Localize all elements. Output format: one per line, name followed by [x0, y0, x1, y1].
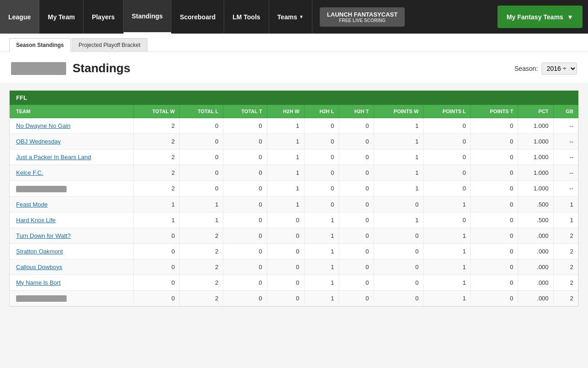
col-total-t: TOTAL T: [223, 105, 267, 118]
nav-lm-tools[interactable]: LM Tools: [224, 0, 269, 34]
tab-season-standings[interactable]: Season Standings: [9, 38, 71, 52]
chevron-down-icon: ▼: [567, 13, 573, 21]
team-link[interactable]: My Name Is Bort: [16, 279, 61, 286]
team-link[interactable]: No Dwayne No Gain: [16, 122, 71, 129]
redacted-team-name: [16, 295, 67, 302]
col-points-l: POINTS L: [424, 105, 471, 118]
team-link[interactable]: Callous Dowboys: [16, 264, 62, 270]
team-link[interactable]: Feast Mode: [16, 201, 48, 208]
col-total-w: TOTAL W: [134, 105, 180, 118]
table-row: Turn Down for Watt?020010010.0002: [10, 228, 578, 243]
table-row: My Name Is Bort020010010.0002: [10, 275, 578, 290]
nav-teams-label: Teams: [277, 13, 297, 21]
page-title-area: Standings: [11, 61, 130, 75]
fantasy-teams-label: My Fantasy Teams: [507, 13, 563, 21]
season-selector: Season: 2016 ÷: [514, 63, 577, 75]
col-points-t: POINTS T: [471, 105, 518, 118]
table-header-row: TEAM TOTAL W TOTAL L TOTAL T H2H W H2H L…: [10, 105, 578, 118]
standings-table: TEAM TOTAL W TOTAL L TOTAL T H2H W H2H L…: [10, 105, 578, 306]
season-select[interactable]: 2016 ÷: [542, 63, 577, 75]
redacted-team-name: [16, 186, 67, 192]
team-link[interactable]: Kelce F.C.: [16, 169, 43, 176]
table-row: Just a Packer In Bears Land2001001001.00…: [10, 150, 578, 165]
nav-league[interactable]: League: [0, 0, 40, 34]
table-row: OBJ Wednesday2001001001.000--: [10, 134, 578, 150]
col-pct: PCT: [518, 105, 554, 118]
table-row: Hard Knox Life110010100.5001: [10, 212, 578, 228]
col-points-w: POINTS W: [374, 105, 424, 118]
chevron-down-icon: ▼: [299, 14, 304, 19]
page-header: Standings Season: 2016 ÷: [0, 52, 588, 83]
col-h2h-w: H2H W: [267, 105, 304, 118]
team-link[interactable]: OBJ Wednesday: [16, 138, 61, 145]
fantasycast-label-bottom: FREE LIVE SCORING: [339, 18, 385, 23]
nav-my-team[interactable]: My Team: [40, 0, 84, 34]
season-label: Season:: [514, 65, 538, 72]
nav-standings[interactable]: Standings: [124, 0, 172, 34]
nav-teams[interactable]: Teams ▼: [269, 0, 312, 34]
col-gb: GB: [554, 105, 578, 118]
col-h2h-t: H2H T: [339, 105, 374, 118]
col-team: TEAM: [10, 105, 134, 118]
launch-fantasycast-button[interactable]: LAUNCH FANTASYCAST FREE LIVE SCORING: [320, 7, 405, 27]
table-section-title: FFL: [10, 91, 578, 105]
col-total-l: TOTAL L: [180, 105, 223, 118]
table-row: Feast Mode110100010.5001: [10, 196, 578, 212]
page-title: Standings: [73, 61, 130, 75]
tab-projected-playoff[interactable]: Projected Playoff Bracket: [72, 38, 147, 52]
table-row: No Dwayne No Gain2001001001.000--: [10, 118, 578, 134]
my-fantasy-teams-button[interactable]: My Fantasy Teams ▼: [498, 6, 582, 28]
team-link[interactable]: Hard Knox Life: [16, 217, 56, 224]
table-row: 2001001001.000--: [10, 181, 578, 197]
col-h2h-l: H2H L: [304, 105, 339, 118]
fantasycast-label-top: LAUNCH FANTASYCAST: [327, 11, 398, 18]
table-row: Kelce F.C.2001001001.000--: [10, 165, 578, 181]
table-row: Stratton Oakmont020010010.0002: [10, 243, 578, 259]
team-link[interactable]: Turn Down for Watt?: [16, 232, 71, 239]
nav-scoreboard[interactable]: Scoreboard: [171, 0, 224, 34]
league-logo: [11, 62, 66, 75]
team-link[interactable]: Just a Packer In Bears Land: [16, 154, 91, 161]
tabs-bar: Season Standings Projected Playoff Brack…: [0, 34, 588, 52]
standings-section: FFL TEAM TOTAL W TOTAL L TOTAL T H2H W H…: [9, 90, 579, 307]
table-row: Callous Dowboys020010010.0002: [10, 259, 578, 275]
table-row: 020010010.0002: [10, 290, 578, 306]
team-link[interactable]: Stratton Oakmont: [16, 248, 63, 255]
nav-players[interactable]: Players: [84, 0, 124, 34]
main-nav: League My Team Players Standings Scorebo…: [0, 0, 588, 34]
